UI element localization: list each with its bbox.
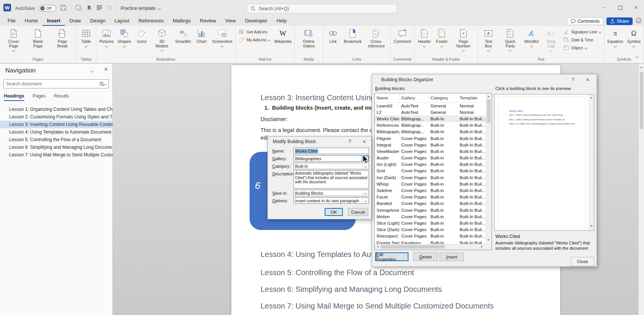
- column-header-name[interactable]: Name: [375, 93, 399, 102]
- field-name[interactable]: Works Cited: [294, 148, 369, 154]
- share-button[interactable]: Share: [606, 17, 633, 25]
- save-icon[interactable]: [60, 4, 67, 13]
- close-icon[interactable]: ×: [586, 76, 589, 83]
- justify-icon[interactable]: [96, 5, 103, 12]
- building-block-row-bibliography[interactable]: BibliographyBibliograp...Built-InBuilt-I…: [375, 129, 486, 135]
- building-blocks-list[interactable]: NameGalleryCategoryTemplate Learnit3Auto…: [374, 93, 492, 250]
- nav-tab-results[interactable]: Results: [54, 93, 69, 101]
- building-block-row-viewmaster[interactable]: ViewMasterCover PagesBuilt-inBuilt-In Bu…: [375, 148, 486, 154]
- print-preview-icon[interactable]: [75, 4, 82, 13]
- ribbon-bookmark[interactable]: Bookmark: [342, 28, 363, 45]
- ribbon-chart[interactable]: Chart: [193, 28, 210, 45]
- building-block-row-integral[interactable]: IntegralCover PagesBuilt-inBuilt-In Buil…: [375, 142, 486, 148]
- nav-heading-item-3[interactable]: Lesson 3: Inserting Content Using Reusab…: [0, 121, 113, 128]
- ribbon-screenshot[interactable]: Screenshot: [210, 28, 234, 47]
- comments-button[interactable]: Comments: [567, 17, 603, 25]
- cancel-button[interactable]: Cancel: [348, 208, 368, 216]
- tab-draw[interactable]: Draw: [65, 17, 85, 26]
- tab-review[interactable]: Review: [195, 17, 221, 26]
- ribbon-date-time[interactable]: Date & Time: [562, 36, 602, 43]
- maximize-button[interactable]: [612, 0, 628, 15]
- tab-help[interactable]: Help: [272, 17, 291, 26]
- building-block-row-semaphore[interactable]: SemaphoreCover PagesBuilt-inBuilt-In Bui…: [375, 207, 486, 213]
- field-description[interactable]: Automatic bibliography (labeled "Works C…: [294, 170, 369, 189]
- list-vertical-scrollbar[interactable]: [486, 93, 492, 244]
- ribbon-page-number[interactable]: #Page Number: [451, 28, 476, 52]
- tab-references[interactable]: References: [134, 17, 168, 26]
- building-block-row-whisp[interactable]: WhispCover PagesBuilt-inBuilt-In Buil...: [375, 181, 486, 187]
- nav-tab-headings[interactable]: Headings: [4, 93, 24, 101]
- help-icon[interactable]: ?: [572, 77, 574, 82]
- nav-heading-item-4[interactable]: Lesson 4: Using Templates to Automate Do…: [0, 128, 113, 136]
- close-button[interactable]: Close: [571, 257, 594, 266]
- building-block-row-works-cited[interactable]: Works CitedBibliograp...Built-InBuilt-In…: [375, 115, 486, 122]
- nav-heading-item-5[interactable]: Lesson 5: Controlling the Flow of a Docu…: [0, 136, 113, 143]
- preview-scrollbar[interactable]: [589, 94, 594, 230]
- ribbon-comment[interactable]: Comment: [392, 28, 413, 45]
- ribbon-icons[interactable]: Icons: [133, 28, 151, 45]
- combo-dropdown-icon[interactable]: [362, 198, 369, 203]
- building-block-row-ion-light[interactable]: Ion (Light)Cover PagesBuilt-inBuilt-In B…: [375, 161, 486, 168]
- field-category[interactable]: Built-In: [294, 163, 369, 169]
- building-block-row-learnit3[interactable]: Learnit3AutoTextGeneralNormal: [375, 102, 486, 109]
- building-block-row-slice-dark[interactable]: Slice (Dark)Cover PagesBuilt-inBuilt-In …: [375, 227, 486, 233]
- ribbon-cross-reference[interactable]: Cross-reference: [363, 28, 389, 49]
- minimize-button[interactable]: −: [596, 0, 612, 15]
- ribbon-table[interactable]: Table: [77, 28, 95, 47]
- building-block-row-retrospect[interactable]: RetrospectCover PagesBuilt-inBuilt-In Bu…: [375, 233, 486, 239]
- field-options[interactable]: Insert content in its own paragraph: [294, 197, 369, 204]
- column-header-category[interactable]: Category: [429, 93, 458, 102]
- nav-heading-item-6[interactable]: Lesson 6: Simplifying and Managing Long …: [0, 143, 113, 151]
- ribbon-signature-line[interactable]: Signature Line: [562, 28, 602, 35]
- edit-properties-button[interactable]: Edit Properties...: [375, 252, 408, 261]
- building-block-row-facet[interactable]: FacetCover PagesBuilt-inBuilt-In Buil...: [375, 194, 486, 200]
- ribbon-wordart[interactable]: AWordArt: [522, 28, 540, 47]
- search-options-icon[interactable]: [104, 82, 107, 85]
- column-header-gallery[interactable]: Gallery: [399, 93, 429, 102]
- feedback-smiley-icon[interactable]: [636, 17, 642, 25]
- ribbon-object[interactable]: Object: [562, 44, 602, 51]
- autosave-toggle[interactable]: Off: [39, 5, 56, 12]
- close-window-button[interactable]: ×: [628, 0, 644, 15]
- ribbon-header[interactable]: Header: [416, 28, 433, 47]
- ok-button[interactable]: OK: [325, 208, 343, 216]
- combo-dropdown-icon[interactable]: [362, 190, 369, 196]
- ribbon-quick-parts[interactable]: Quick Parts: [498, 28, 522, 52]
- nav-tab-pages[interactable]: Pages: [33, 93, 46, 101]
- building-block-row-ion-dark[interactable]: Ion (Dark)Cover PagesBuilt-inBuilt-In Bu…: [375, 174, 486, 181]
- tab-file[interactable]: File: [3, 17, 20, 26]
- building-block-row-sideline[interactable]: SidelineCover PagesBuilt-inBuilt-In Buil…: [375, 187, 486, 194]
- insert-button[interactable]: Insert: [440, 252, 464, 261]
- bold-icon[interactable]: B: [86, 4, 92, 13]
- ribbon-3d-models[interactable]: 3D Models: [151, 28, 173, 52]
- ribbon-wikipedia[interactable]: WWikipedia: [272, 28, 294, 45]
- help-icon[interactable]: ?: [349, 139, 351, 144]
- building-block-row-banded[interactable]: BandedCover PagesBuilt-inBuilt-In Buil..…: [375, 200, 486, 207]
- building-block-row-references[interactable]: ReferencesBibliograp...Built-InBuilt-In …: [375, 122, 486, 129]
- ribbon-pictures[interactable]: Pictures: [97, 28, 116, 47]
- ribbon-cover-page[interactable]: Cover Page: [1, 28, 26, 52]
- navigation-close-icon[interactable]: ×: [104, 66, 108, 73]
- ribbon-shapes[interactable]: Shapes: [116, 28, 133, 47]
- ribbon-footer[interactable]: Footer: [433, 28, 451, 47]
- tab-mailings[interactable]: Mailings: [168, 17, 195, 26]
- ribbon-my-add-ins[interactable]: My Add-ins: [237, 36, 271, 43]
- ribbon-page-break[interactable]: Page Break: [50, 28, 75, 49]
- close-icon[interactable]: ×: [363, 138, 366, 145]
- document-title[interactable]: Practice template: [121, 6, 160, 11]
- field-gallery[interactable]: Bibliographies: [294, 155, 369, 162]
- ribbon-symbol[interactable]: ΩSymbol: [625, 28, 642, 47]
- ribbon-text-box[interactable]: AText Box: [479, 28, 498, 52]
- nav-heading-item-2[interactable]: Lesson 2: Customizing Formats Using Styl…: [0, 113, 113, 121]
- field-save-in[interactable]: Building Blocks: [294, 190, 369, 196]
- ribbon-equation[interactable]: πEquation: [606, 28, 625, 47]
- list-horizontal-scrollbar[interactable]: [375, 244, 486, 250]
- tab-design[interactable]: Design: [85, 17, 110, 26]
- ribbon-link[interactable]: Link: [324, 28, 342, 45]
- column-header-template[interactable]: Template: [458, 93, 486, 102]
- nav-heading-item-1[interactable]: Lesson 1: Organizing Content Using Table…: [0, 106, 113, 113]
- ribbon-blank-page[interactable]: Blank Page: [26, 28, 50, 49]
- navigation-menu-icon[interactable]: [91, 69, 94, 72]
- building-block-row-filigree[interactable]: FiligreeCover PagesBuilt-inBuilt-In Buil…: [375, 135, 486, 142]
- tab-layout[interactable]: Layout: [110, 17, 134, 26]
